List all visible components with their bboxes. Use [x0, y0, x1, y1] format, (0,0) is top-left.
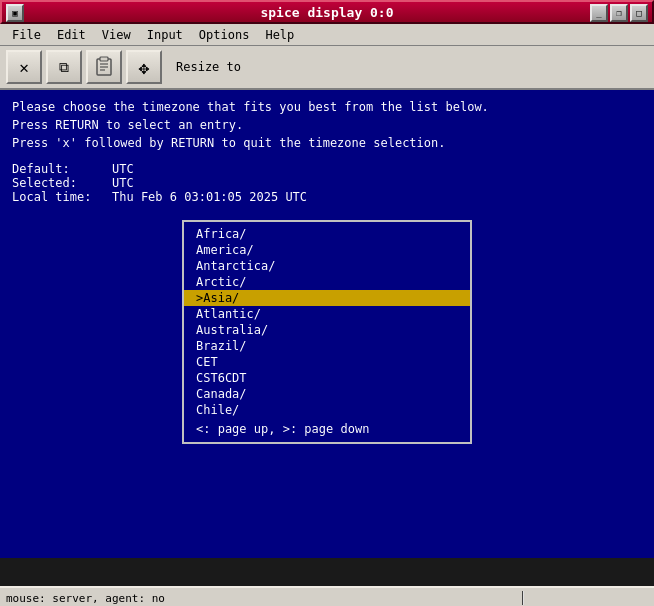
timezone-listbox[interactable]: Africa/America/Antarctica/Arctic/>Asia/A… — [182, 220, 472, 444]
title-text: spice display 0:0 — [260, 5, 393, 20]
menu-help[interactable]: Help — [257, 26, 302, 44]
selected-label: Selected: — [12, 176, 112, 190]
maximize-button[interactable]: □ — [630, 4, 648, 22]
menu-file[interactable]: File — [4, 26, 49, 44]
svg-rect-1 — [100, 57, 108, 61]
move-button[interactable]: ✥ — [126, 50, 162, 84]
mouse-status: mouse: server, agent: no — [6, 592, 518, 605]
tz-item[interactable]: Chile/ — [184, 402, 470, 418]
title-bar-left-controls[interactable]: ▣ — [6, 4, 24, 22]
intro-line2: Press RETURN to select an entry. — [12, 116, 642, 134]
default-value: UTC — [112, 162, 134, 176]
tz-item[interactable]: Atlantic/ — [184, 306, 470, 322]
menu-input[interactable]: Input — [139, 26, 191, 44]
resize-label: Resize to — [176, 60, 241, 74]
tz-item[interactable]: Africa/ — [184, 226, 470, 242]
default-label: Default: — [12, 162, 112, 176]
localtime-value: Thu Feb 6 03:01:05 2025 UTC — [112, 190, 307, 204]
tz-item[interactable]: CST6CDT — [184, 370, 470, 386]
tz-item[interactable]: Arctic/ — [184, 274, 470, 290]
title-bar-right-controls[interactable]: _ ❐ □ — [590, 4, 648, 22]
status-bar: mouse: server, agent: no — [0, 586, 654, 606]
close-button[interactable]: ✕ — [6, 50, 42, 84]
close-icon: ✕ — [19, 58, 29, 77]
paste-icon — [95, 56, 113, 79]
status-divider — [522, 591, 524, 605]
tz-item[interactable]: CET — [184, 354, 470, 370]
toolbar: ✕ ⧉ ✥ Resize to — [0, 46, 654, 90]
copy-button[interactable]: ⧉ — [46, 50, 82, 84]
localtime-row: Local time: Thu Feb 6 03:01:05 2025 UTC — [12, 190, 642, 204]
selected-value: UTC — [112, 176, 134, 190]
tz-nav-hint: <: page up, >: page down — [184, 420, 470, 438]
default-row: Default: UTC — [12, 162, 642, 176]
intro-text: Please choose the timezone that fits you… — [12, 98, 642, 152]
intro-line1: Please choose the timezone that fits you… — [12, 98, 642, 116]
localtime-label: Local time: — [12, 190, 112, 204]
menu-bar: File Edit View Input Options Help — [0, 24, 654, 46]
title-icon-btn[interactable]: ▣ — [6, 4, 24, 22]
bottom-dark-bar — [0, 558, 654, 586]
minimize-button[interactable]: _ — [590, 4, 608, 22]
menu-edit[interactable]: Edit — [49, 26, 94, 44]
paste-button[interactable] — [86, 50, 122, 84]
menu-view[interactable]: View — [94, 26, 139, 44]
tz-item[interactable]: Antarctica/ — [184, 258, 470, 274]
tz-item[interactable]: >Asia/ — [184, 290, 470, 306]
tz-item[interactable]: Australia/ — [184, 322, 470, 338]
info-grid: Default: UTC Selected: UTC Local time: T… — [12, 162, 642, 204]
tz-item[interactable]: America/ — [184, 242, 470, 258]
title-bar: ▣ spice display 0:0 _ ❐ □ — [0, 0, 654, 24]
tz-item[interactable]: Canada/ — [184, 386, 470, 402]
move-icon: ✥ — [139, 57, 150, 78]
tz-item[interactable]: Brazil/ — [184, 338, 470, 354]
restore-button[interactable]: ❐ — [610, 4, 628, 22]
intro-line3: Press 'x' followed by RETURN to quit the… — [12, 134, 642, 152]
copy-icon: ⧉ — [59, 59, 69, 76]
menu-options[interactable]: Options — [191, 26, 258, 44]
main-content: Please choose the timezone that fits you… — [0, 90, 654, 558]
selected-row: Selected: UTC — [12, 176, 642, 190]
